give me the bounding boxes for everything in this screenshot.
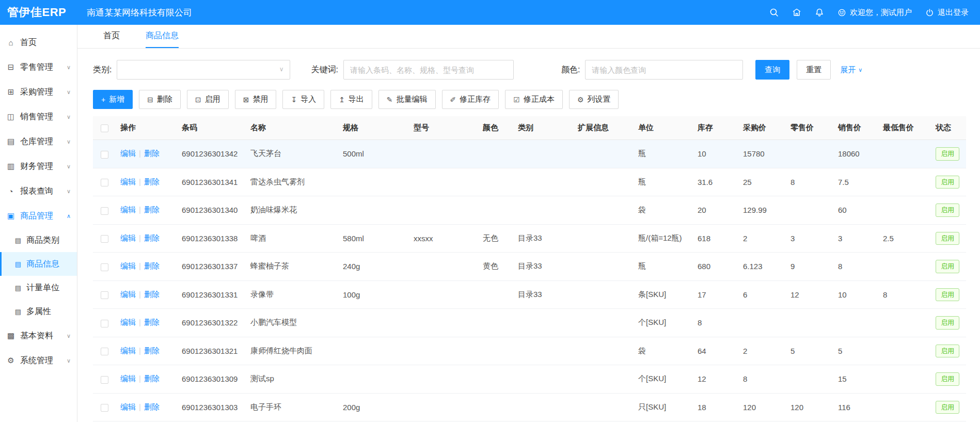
sidebar-item-basic[interactable]: ▩基本资料∨ — [0, 323, 77, 348]
cell-category: 目录33 — [514, 253, 574, 281]
tab-home[interactable]: 首页 — [103, 25, 120, 48]
row-checkbox[interactable] — [101, 348, 108, 355]
cell-stock: 31.6 — [693, 168, 739, 196]
sidebar-item-system[interactable]: ⚙系统管理∨ — [0, 348, 77, 373]
reset-button[interactable]: 重置 — [797, 60, 831, 80]
doc-icon: ▤ — [14, 284, 22, 292]
cell-retail_price: 12 — [786, 280, 834, 309]
fix-cost-button[interactable]: ☑修正成本 — [505, 90, 563, 109]
delete-link[interactable]: 删除 — [144, 177, 160, 186]
delete-link[interactable]: 删除 — [144, 402, 160, 411]
sidebar-item-purchase[interactable]: ⊞采购管理∨ — [0, 80, 77, 104]
edit-link[interactable]: 编辑 — [120, 177, 136, 186]
delete-link[interactable]: 删除 — [144, 233, 160, 242]
sidebar-item-home[interactable]: ⌂首页 — [0, 30, 77, 55]
cell-category — [514, 309, 574, 337]
sidebar-item-warehouse[interactable]: ▤仓库管理∨ — [0, 129, 77, 154]
tab-product-info[interactable]: 商品信息 — [146, 25, 179, 48]
cell-name: 测试sp — [246, 365, 339, 394]
sidebar-item-sales[interactable]: ◫销售管理∨ — [0, 104, 77, 129]
edit-link[interactable]: 编辑 — [120, 402, 136, 411]
edit-link[interactable]: 编辑 — [120, 233, 136, 242]
link-separator: | — [139, 290, 141, 299]
color-input[interactable] — [585, 60, 743, 80]
row-checkbox[interactable] — [101, 376, 108, 384]
cell-purchase_price — [739, 309, 786, 337]
sidebar-subitem-product-info[interactable]: ▤商品信息 — [0, 252, 77, 276]
edit-link[interactable]: 编辑 — [120, 374, 136, 383]
fix-stock-button[interactable]: ✐修正库存 — [442, 90, 499, 109]
delete-link[interactable]: 删除 — [144, 290, 160, 299]
row-checkbox[interactable] — [101, 207, 108, 215]
batch-edit-button[interactable]: ✎批量编辑 — [378, 90, 436, 109]
cell-color — [479, 196, 514, 225]
search-icon[interactable] — [769, 8, 779, 17]
disable-button[interactable]: ⊠禁用 — [235, 90, 277, 109]
cell-status: 启用 — [931, 365, 966, 394]
enable-button[interactable]: ⊡启用 — [187, 90, 229, 109]
logout-button[interactable]: 退出登录 — [925, 8, 969, 18]
row-check-cell — [93, 337, 116, 365]
row-check-cell — [93, 393, 116, 421]
store-icon[interactable] — [792, 8, 801, 17]
cell-unit: 个[SKU] — [634, 365, 693, 394]
delete-link[interactable]: 删除 — [144, 261, 160, 270]
row-checkbox[interactable] — [101, 320, 108, 327]
export-button[interactable]: ↥导出 — [330, 90, 372, 109]
expand-link[interactable]: 展开 ∨ — [840, 65, 862, 75]
sidebar-item-finance[interactable]: ▥财务管理∨ — [0, 154, 77, 179]
sidebar-subitem-multi-attribute[interactable]: ▤多属性 — [0, 300, 77, 323]
cell-category — [514, 140, 574, 168]
sidebar-item-product[interactable]: ▣商品管理∧ — [0, 204, 77, 228]
import-button[interactable]: ↧导入 — [282, 90, 324, 109]
search-button[interactable]: 查询 — [755, 60, 789, 80]
row-actions-cell: 编辑|删除 — [116, 168, 178, 196]
row-checkbox[interactable] — [101, 235, 108, 243]
row-checkbox[interactable] — [101, 404, 108, 412]
row-checkbox[interactable] — [101, 179, 108, 186]
sidebar-subitem-measure-unit[interactable]: ▤计量单位 — [0, 276, 77, 300]
bell-icon[interactable] — [815, 8, 824, 17]
welcome-user[interactable]: 欢迎您，测试用户 — [837, 8, 912, 18]
chevron-down-icon: ∨ — [67, 138, 71, 145]
select-all-checkbox[interactable] — [101, 124, 108, 132]
edit-link[interactable]: 编辑 — [120, 205, 136, 214]
table-row: 编辑|删除6901236301309测试sp个[SKU]12815启用 — [93, 365, 966, 394]
column-header-purchase_price: 采购价 — [739, 116, 786, 140]
column-settings-button[interactable]: ⚙列设置 — [569, 90, 619, 109]
sidebar-item-retail[interactable]: ⊟零售管理∨ — [0, 55, 77, 80]
cell-ext — [574, 365, 634, 394]
delete-link[interactable]: 删除 — [144, 374, 160, 383]
row-checkbox[interactable] — [101, 151, 108, 159]
cell-spec: 200g — [339, 393, 409, 421]
cell-category — [514, 365, 574, 394]
delete-link[interactable]: 删除 — [144, 149, 160, 158]
category-select[interactable]: ∨ — [117, 60, 290, 80]
edit-link[interactable]: 编辑 — [120, 149, 136, 158]
sidebar-subitem-product-category[interactable]: ▤商品类别 — [0, 228, 77, 252]
delete-link[interactable]: 删除 — [144, 346, 160, 355]
sidebar-item-report[interactable]: ◔报表查询∨ — [0, 179, 77, 204]
add-button[interactable]: +新增 — [93, 90, 133, 109]
chevron-down-icon: ∨ — [858, 67, 862, 73]
import-icon: ↧ — [291, 96, 297, 103]
row-checkbox[interactable] — [101, 263, 108, 271]
edit-link[interactable]: 编辑 — [120, 318, 136, 326]
edit-link[interactable]: 编辑 — [120, 290, 136, 299]
edit-link[interactable]: 编辑 — [120, 261, 136, 270]
cell-category — [514, 337, 574, 365]
row-checkbox[interactable] — [101, 291, 108, 299]
cell-sale_price: 18060 — [834, 140, 879, 168]
delete-link[interactable]: 删除 — [144, 205, 160, 214]
cell-category — [514, 168, 574, 196]
edit-link[interactable]: 编辑 — [120, 346, 136, 355]
category-label: 类别: — [93, 65, 112, 75]
table-row: 编辑|删除6901236301342飞天茅台500ml瓶101578018060… — [93, 140, 966, 168]
cell-spec — [339, 168, 409, 196]
delete-button[interactable]: ⊟删除 — [139, 90, 181, 109]
cell-min_price — [879, 168, 931, 196]
cell-color — [479, 365, 514, 394]
keyword-input[interactable] — [343, 60, 514, 80]
delete-link[interactable]: 删除 — [144, 318, 160, 326]
row-actions-cell: 编辑|删除 — [116, 280, 178, 309]
